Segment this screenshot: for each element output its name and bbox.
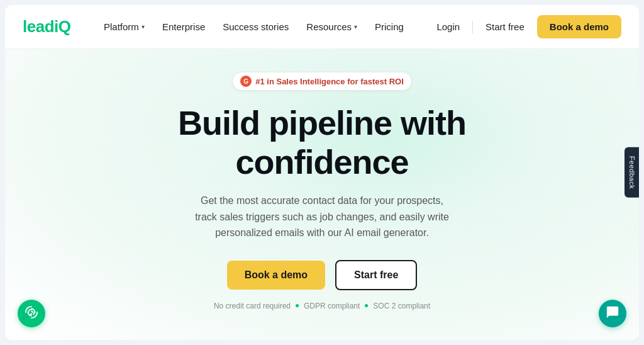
hero-heading: Build pipeline with confidence <box>178 103 466 181</box>
chat-icon <box>606 305 619 322</box>
chat-button[interactable] <box>599 300 626 327</box>
compliance-dot-2 <box>365 304 368 307</box>
badge-text: #1 in Sales Intelligence for fastest ROI <box>255 77 404 86</box>
nav-login-link[interactable]: Login <box>436 21 460 32</box>
chevron-down-icon: ▾ <box>142 23 145 30</box>
navbar: leadiQ Platform ▾ Enterprise Success sto… <box>5 5 639 49</box>
nav-links: Platform ▾ Enterprise Success stories Re… <box>104 21 404 32</box>
no-cc-text: No credit card required <box>214 302 291 310</box>
gdpr-text: GDPR compliant <box>304 302 360 310</box>
logo-text: leadiQ <box>23 17 70 37</box>
compliance-dot-1 <box>296 304 299 307</box>
main-card: leadiQ Platform ▾ Enterprise Success sto… <box>5 5 639 340</box>
g2-badge: G #1 in Sales Intelligence for fastest R… <box>232 72 412 91</box>
nav-pricing[interactable]: Pricing <box>375 21 404 32</box>
nav-enterprise[interactable]: Enterprise <box>162 21 205 32</box>
feedback-tab[interactable]: Feedback <box>625 147 639 198</box>
fingerprint-icon <box>25 305 38 322</box>
chevron-down-icon: ▾ <box>354 23 357 30</box>
nav-start-free-link[interactable]: Start free <box>486 21 525 32</box>
page-wrapper: leadiQ Platform ▾ Enterprise Success sto… <box>0 0 644 345</box>
hero-section: G #1 in Sales Intelligence for fastest R… <box>5 49 639 310</box>
nav-divider <box>472 21 473 33</box>
cta-buttons: Book a demo Start free <box>227 260 418 290</box>
soc2-text: SOC 2 compliant <box>373 302 430 310</box>
compliance-row: No credit card required GDPR compliant S… <box>214 302 430 310</box>
nav-success-stories[interactable]: Success stories <box>223 21 289 32</box>
hero-start-free-button[interactable]: Start free <box>335 260 417 290</box>
g2-icon: G <box>240 76 252 87</box>
nav-resources[interactable]: Resources ▾ <box>306 21 357 32</box>
logo[interactable]: leadiQ <box>23 17 70 37</box>
hero-subtext: Get the most accurate contact data for y… <box>190 193 454 241</box>
nav-platform[interactable]: Platform ▾ <box>104 21 145 32</box>
nav-actions: Login Start free Book a demo <box>436 15 621 38</box>
hero-book-demo-button[interactable]: Book a demo <box>227 261 325 290</box>
fingerprint-button[interactable] <box>18 300 45 327</box>
nav-book-demo-button[interactable]: Book a demo <box>537 15 621 38</box>
